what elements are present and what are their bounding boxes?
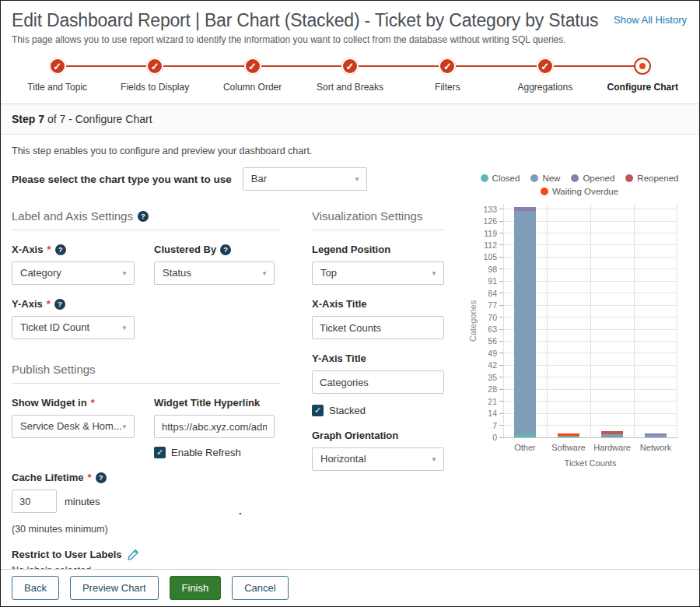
publish-settings-title: Publish Settings <box>12 363 96 376</box>
cancel-button[interactable]: Cancel <box>232 576 288 600</box>
x-category-label: Software <box>547 443 590 452</box>
x-axis-title-input[interactable] <box>312 316 444 339</box>
help-icon[interactable] <box>138 211 149 222</box>
bar-segment-opened-network <box>645 433 667 435</box>
step-description: This step enables you to configure and p… <box>1 135 699 156</box>
stepper-step-label: Column Order <box>204 82 301 93</box>
legend-color-dot <box>530 174 538 182</box>
help-icon[interactable] <box>220 244 231 255</box>
bar-segment-waiting-overdue-software <box>558 433 579 436</box>
legend-item-waiting-overdue: Waiting Overdue <box>541 187 618 196</box>
x-axis-select[interactable]: Category <box>12 261 135 285</box>
current-step-icon[interactable] <box>634 58 651 75</box>
required-asterisk: * <box>47 298 51 310</box>
stepper-step-label: Fields to Display <box>106 82 203 93</box>
bar-segment-new-other <box>514 211 536 434</box>
chart-type-label: Please select the chart type you want to… <box>12 174 232 185</box>
legend-label: Closed <box>492 174 520 183</box>
y-tick-label: 126 <box>483 216 497 226</box>
legend-label: Opened <box>583 174 614 183</box>
chart-type-row: Please select the chart type you want to… <box>12 167 463 191</box>
clustered-by-select[interactable]: Status <box>154 261 275 285</box>
show-widget-in-select[interactable]: Service Desk & Hom... <box>12 415 135 438</box>
cache-lifetime-label: Cache Lifetime * <box>12 472 281 483</box>
show-widget-in-label: Show Widget in * <box>12 397 135 409</box>
stepper-step-title-and-topic[interactable]: Title and Topic <box>9 58 106 93</box>
help-icon[interactable] <box>54 299 65 310</box>
stepper-step-aggregations[interactable]: Aggregations <box>496 58 593 93</box>
legend-color-dot <box>481 174 488 182</box>
chart-legend: ClosedNewOpenedReopenedWaiting Overdue <box>467 174 691 196</box>
stepper-step-label: Sort and Breaks <box>301 82 398 93</box>
y-tick-label: 84 <box>488 289 497 298</box>
bar-segment-reopened-hardware <box>601 431 623 433</box>
widget-title-hyperlink-input[interactable] <box>154 415 275 438</box>
restrict-user-labels-label: Restrict to User Labels <box>12 549 281 560</box>
chart-plot-area <box>503 204 677 437</box>
bar-segment-new-network <box>645 435 667 437</box>
finish-button[interactable]: Finish <box>170 576 222 600</box>
y-axis-title-input[interactable] <box>312 370 444 394</box>
stepper-step-filters[interactable]: Filters <box>399 58 496 93</box>
stepper-step-sort-and-breaks[interactable]: Sort and Breaks <box>301 58 398 93</box>
stacked-checkbox[interactable] <box>312 405 324 416</box>
back-button[interactable]: Back <box>12 576 59 600</box>
legend-item-new: New <box>530 174 560 183</box>
x-category-label: Hardware <box>590 443 634 452</box>
help-icon[interactable] <box>96 472 107 483</box>
completed-check-icon[interactable] <box>244 58 261 75</box>
y-tick-label: 133 <box>483 205 497 214</box>
legend-item-opened: Opened <box>571 174 614 183</box>
stepper-step-label: Configure Chart <box>594 82 691 93</box>
footer-button-bar: BackPreview ChartFinishCancel <box>1 569 699 606</box>
completed-check-icon[interactable] <box>537 58 554 75</box>
preview-chart-button[interactable]: Preview Chart <box>70 576 159 600</box>
v-gridline <box>634 204 635 437</box>
y-tick-label: 0 <box>492 433 497 442</box>
y-tick-label: 21 <box>488 397 497 406</box>
v-gridline <box>677 204 677 437</box>
legend-color-dot <box>625 174 633 182</box>
y-tick-label: 119 <box>484 229 497 238</box>
stepper-step-fields-to-display[interactable]: Fields to Display <box>106 58 203 93</box>
enable-refresh-checkbox-row[interactable]: Enable Refresh <box>154 447 275 458</box>
completed-check-icon[interactable] <box>49 58 66 75</box>
legend-position-select[interactable]: Top <box>312 261 444 285</box>
bar-segment-opened-other <box>514 207 536 210</box>
stepper-step-configure-chart[interactable]: Configure Chart <box>594 58 691 93</box>
enable-refresh-checkbox[interactable] <box>154 447 166 458</box>
graph-orientation-select[interactable]: Horizontal <box>312 447 444 471</box>
v-gridline <box>503 204 504 437</box>
stepper-step-column-order[interactable]: Column Order <box>204 58 301 93</box>
step-heading-rest: of 7 - Configure Chart <box>44 113 152 125</box>
completed-check-icon[interactable] <box>439 58 456 75</box>
x-category-label: Network <box>634 443 677 452</box>
y-tick-label: 7 <box>492 421 497 430</box>
y-tick-label: 35 <box>488 373 497 382</box>
completed-check-icon[interactable] <box>341 58 359 75</box>
legend-item-closed: Closed <box>481 174 520 183</box>
y-tick-label: 112 <box>484 240 497 250</box>
y-axis-select[interactable]: Ticket ID Count <box>12 316 135 339</box>
show-all-history-link[interactable]: Show All History <box>614 14 687 26</box>
help-icon[interactable] <box>55 244 66 255</box>
v-gridline <box>547 204 548 437</box>
y-tick-label: 91 <box>488 276 497 286</box>
cache-lifetime-unit: minutes <box>65 496 100 507</box>
visualization-settings-heading: Visualization Settings <box>312 209 444 230</box>
chart-type-select[interactable]: Bar <box>243 167 367 191</box>
legend-position-label: Legend Position <box>312 244 444 255</box>
x-category-label: Other <box>503 443 547 452</box>
y-tick-label: 42 <box>488 360 497 370</box>
completed-check-icon[interactable] <box>146 58 163 75</box>
required-asterisk: * <box>47 244 51 255</box>
stacked-checkbox-row[interactable]: Stacked <box>312 405 444 416</box>
y-axis-label: Y-Axis * <box>12 298 135 310</box>
edit-pencil-icon[interactable] <box>128 549 139 560</box>
y-tick-label: 63 <box>488 325 497 334</box>
cache-lifetime-input[interactable] <box>12 489 57 513</box>
graph-orientation-label: Graph Orientation <box>312 430 444 441</box>
enable-refresh-label: Enable Refresh <box>171 447 241 458</box>
legend-label: Reopened <box>637 174 678 183</box>
stepper-step-label: Title and Topic <box>9 82 106 93</box>
